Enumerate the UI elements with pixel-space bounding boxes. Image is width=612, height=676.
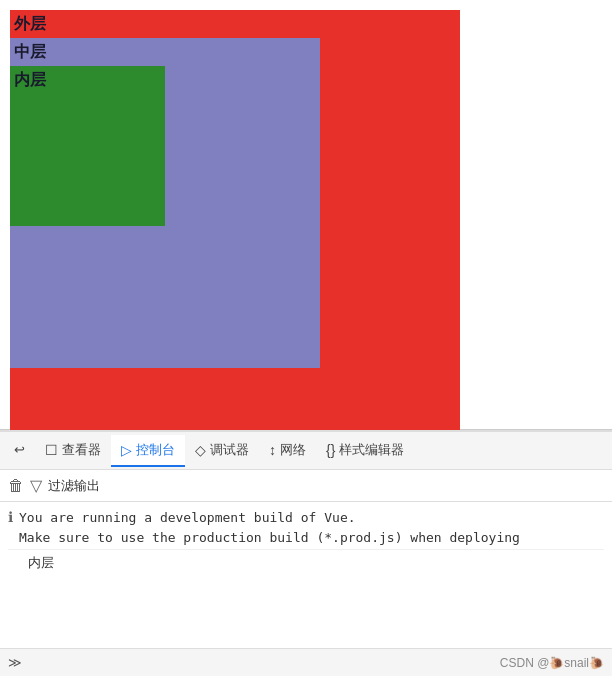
tab-network-label: 网络 <box>280 441 306 459</box>
tab-console[interactable]: ▷ 控制台 <box>111 435 185 467</box>
tab-inspector-label: 查看器 <box>62 441 101 459</box>
bottombar-expand-icon[interactable]: ≫ <box>8 655 22 670</box>
outer-box: 外层 中层 内层 <box>10 10 460 430</box>
inner-text-value: 内层 <box>28 555 54 570</box>
tab-style-editor[interactable]: {} 样式编辑器 <box>316 435 414 467</box>
filter-bar: 🗑 ▽ 过滤输出 <box>0 470 612 502</box>
trash-icon[interactable]: 🗑 <box>8 477 24 495</box>
console-line-vue-warning: ℹ You are running a development build of… <box>8 506 604 550</box>
network-icon: ↕ <box>269 442 276 458</box>
tab-debugger[interactable]: ◇ 调试器 <box>185 435 259 467</box>
inner-box: 内层 <box>10 66 165 226</box>
console-output: ℹ You are running a development build of… <box>0 502 612 648</box>
canvas-area: 外层 中层 内层 <box>0 0 612 430</box>
tab-console-label: 控制台 <box>136 441 175 459</box>
tab-style-editor-label: 样式编辑器 <box>339 441 404 459</box>
tab-inspector[interactable]: ☐ 查看器 <box>35 435 111 467</box>
style-editor-icon: {} <box>326 442 335 458</box>
inspector-icon: ☐ <box>45 442 58 458</box>
console-inner-text: 内层 <box>8 550 604 576</box>
middle-label: 中层 <box>14 42 46 63</box>
info-icon: ℹ <box>8 509 13 525</box>
devtools-nav-back[interactable]: ↩ <box>4 436 35 465</box>
filter-label: 过滤输出 <box>48 477 100 495</box>
tab-debugger-label: 调试器 <box>210 441 249 459</box>
console-text-vue: You are running a development build of V… <box>19 508 520 547</box>
filter-icon: ▽ <box>30 476 42 495</box>
bottombar-watermark: CSDN @🐌snail🐌 <box>500 656 604 670</box>
console-icon: ▷ <box>121 442 132 458</box>
nav-back-icon: ↩ <box>14 442 25 457</box>
inner-label: 内层 <box>14 70 46 91</box>
devtools-panel: ↩ ☐ 查看器 ▷ 控制台 ◇ 调试器 ↕ 网络 {} 样式编辑器 🗑 ▽ 过滤… <box>0 430 612 676</box>
outer-label: 外层 <box>14 14 46 35</box>
tab-network[interactable]: ↕ 网络 <box>259 435 316 467</box>
devtools-toolbar: ↩ ☐ 查看器 ▷ 控制台 ◇ 调试器 ↕ 网络 {} 样式编辑器 <box>0 432 612 470</box>
devtools-bottombar: ≫ CSDN @🐌snail🐌 <box>0 648 612 676</box>
middle-box: 中层 内层 <box>10 38 320 368</box>
debugger-icon: ◇ <box>195 442 206 458</box>
